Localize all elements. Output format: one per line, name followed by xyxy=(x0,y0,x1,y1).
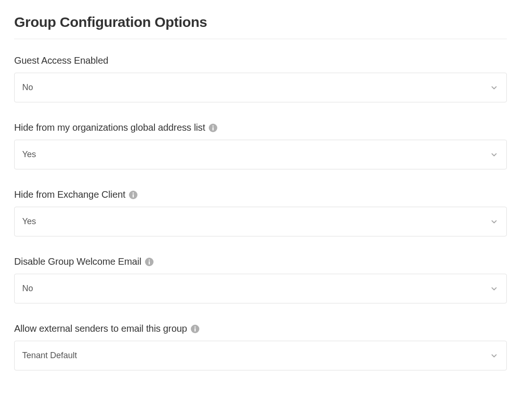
field-hide-global-address: Hide from my organizations global addres… xyxy=(14,122,507,169)
field-label: Allow external senders to email this gro… xyxy=(14,323,187,334)
svg-rect-3 xyxy=(133,194,134,197)
select-value: No xyxy=(22,284,33,294)
field-label-row: Hide from my organizations global addres… xyxy=(14,122,507,133)
field-label-row: Allow external senders to email this gro… xyxy=(14,323,507,334)
select-wrap: Tenant Default xyxy=(14,341,507,370)
hide-global-address-select[interactable]: Yes xyxy=(14,140,507,169)
field-label-row: Guest Access Enabled xyxy=(14,55,507,66)
info-icon[interactable] xyxy=(209,124,217,132)
select-wrap: Yes xyxy=(14,140,507,169)
select-wrap: Yes xyxy=(14,207,507,236)
field-guest-access: Guest Access Enabled No xyxy=(14,55,507,102)
select-value: Tenant Default xyxy=(22,351,77,361)
disable-welcome-email-select[interactable]: No xyxy=(14,274,507,303)
section-title: Group Configuration Options xyxy=(14,14,507,39)
svg-rect-1 xyxy=(213,127,214,130)
svg-point-2 xyxy=(133,192,134,193)
select-value: No xyxy=(22,83,33,92)
guest-access-select[interactable]: No xyxy=(14,73,507,102)
svg-rect-5 xyxy=(149,261,150,264)
info-icon[interactable] xyxy=(129,191,137,199)
field-label: Guest Access Enabled xyxy=(14,55,108,66)
field-hide-exchange-client: Hide from Exchange Client Yes xyxy=(14,189,507,236)
field-disable-welcome-email: Disable Group Welcome Email No xyxy=(14,256,507,303)
allow-external-senders-select[interactable]: Tenant Default xyxy=(14,341,507,370)
field-label-row: Disable Group Welcome Email xyxy=(14,256,507,267)
info-icon[interactable] xyxy=(191,325,199,333)
field-label-row: Hide from Exchange Client xyxy=(14,189,507,200)
select-wrap: No xyxy=(14,73,507,102)
info-icon[interactable] xyxy=(145,258,154,266)
select-wrap: No xyxy=(14,274,507,303)
svg-point-6 xyxy=(195,326,196,328)
field-label: Hide from Exchange Client xyxy=(14,189,125,200)
hide-exchange-client-select[interactable]: Yes xyxy=(14,207,507,236)
field-label: Hide from my organizations global addres… xyxy=(14,122,205,133)
field-label: Disable Group Welcome Email xyxy=(14,256,141,267)
svg-rect-7 xyxy=(195,328,196,331)
field-allow-external-senders: Allow external senders to email this gro… xyxy=(14,323,507,370)
select-value: Yes xyxy=(22,150,36,160)
svg-point-0 xyxy=(213,125,214,126)
svg-point-4 xyxy=(149,259,150,260)
select-value: Yes xyxy=(22,217,36,227)
